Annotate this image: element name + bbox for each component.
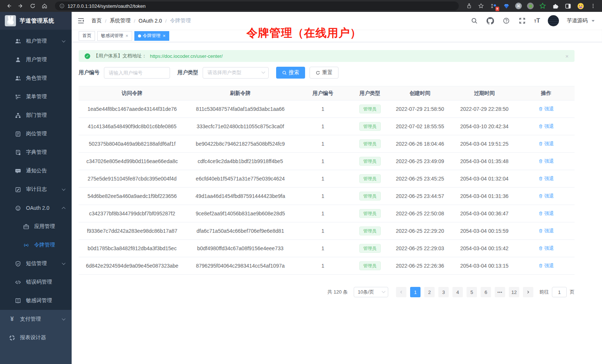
reset-button[interactable]: 重置 — [310, 67, 338, 79]
page-button[interactable]: 12 — [509, 287, 519, 297]
sidebar-item-tenant[interactable]: 租户管理 — [0, 32, 72, 50]
force-logout-button[interactable]: 强退 — [539, 193, 554, 199]
active-dot — [138, 34, 141, 37]
gem-extension-icon[interactable] — [503, 2, 510, 10]
search-button[interactable]: 搜索 — [276, 67, 305, 79]
book-icon — [15, 298, 21, 304]
sidebar-item-audit[interactable]: 审计日志 — [0, 180, 72, 199]
help-icon[interactable] — [502, 17, 510, 25]
close-icon[interactable]: × — [163, 33, 166, 39]
force-logout-button[interactable]: 强退 — [539, 262, 554, 269]
code-icon — [15, 279, 21, 285]
cell-user-type: 管理员 — [351, 100, 389, 118]
chevron-down-icon — [62, 39, 66, 43]
page-button[interactable]: 6 — [481, 287, 491, 297]
force-logout-button[interactable]: 强退 — [539, 123, 554, 130]
search-icon[interactable] — [470, 17, 478, 25]
command-extension-icon[interactable]: ⌘ — [515, 3, 522, 9]
sidebar-item-label: 令牌管理 — [34, 242, 55, 248]
col-user-type: 用户类型 — [351, 86, 389, 100]
forward-icon[interactable] — [16, 1, 26, 10]
sidebar-fold-icon[interactable] — [77, 17, 85, 25]
sidebar-item-errcode[interactable]: 错误码管理 — [0, 273, 72, 291]
sidebar-item-notice[interactable]: 通知公告 — [0, 162, 72, 180]
table-row: 6d842e2924594de9a09e45e087323abe 8796295… — [79, 257, 575, 275]
force-logout-button[interactable]: 强退 — [539, 210, 554, 217]
sidebar-item-pay[interactable]: ¥ 支付管理 — [0, 310, 72, 328]
alert-link[interactable]: https://doc.iocoder.cn/user-center/ — [150, 53, 223, 59]
force-logout-button[interactable]: 强退 — [539, 106, 554, 112]
refresh-icon — [315, 70, 320, 75]
sidebar-item-post[interactable]: 岗位管理 — [0, 125, 72, 143]
page-button[interactable]: 3 — [438, 287, 449, 297]
breadcrumb-system[interactable]: 系统管理 — [110, 17, 131, 24]
sidebar-item-dept[interactable]: 部门管理 — [0, 106, 72, 125]
next-page-button[interactable] — [523, 287, 533, 297]
reload-icon[interactable] — [27, 1, 38, 10]
user-type-select[interactable]: 请选择用户类型 — [203, 67, 269, 79]
share-icon[interactable] — [464, 1, 474, 10]
app-logo-bar[interactable]: 芋道管理系统 — [0, 12, 72, 30]
split-view-icon[interactable] — [564, 2, 572, 10]
font-size-icon[interactable]: TT — [534, 17, 540, 24]
cell-actions: 强退 — [518, 257, 575, 275]
sidebar-item-oauth-token[interactable]: 令牌管理 — [0, 236, 72, 254]
force-logout-button[interactable]: 强退 — [539, 175, 554, 182]
sidebar-item-sms[interactable]: 短信管理 — [0, 254, 72, 273]
page-button[interactable]: 2 — [424, 287, 435, 297]
green-star-extension-icon[interactable] — [539, 2, 546, 10]
avatar[interactable] — [548, 15, 559, 26]
cell-access-token: 6d842e2924594de9a09e45e087323abe — [79, 257, 186, 275]
sidebar-item-user[interactable]: 用户管理 — [0, 50, 72, 69]
close-icon[interactable]: × — [125, 33, 128, 39]
profile-emoji-icon[interactable] — [577, 2, 584, 10]
goto-input[interactable] — [552, 287, 567, 297]
sidebar-item-oauth[interactable]: OAuth 2.0 — [0, 199, 72, 217]
page-size-select[interactable]: 10条/页 — [354, 287, 388, 297]
force-logout-button[interactable]: 强退 — [539, 245, 554, 252]
user-name[interactable]: 芋道源码 — [567, 17, 588, 24]
tab-sensitive-words[interactable]: 敏感词管理 × — [97, 31, 132, 41]
force-logout-button[interactable]: 强退 — [539, 228, 554, 234]
page-button[interactable]: ••• — [495, 287, 505, 297]
cell-user-id: 1 — [295, 240, 351, 257]
sidebar-item-report[interactable]: 报表设计器 — [0, 328, 72, 347]
puzzle-extensions-icon[interactable] — [552, 2, 559, 10]
record-extension-icon[interactable] — [527, 3, 534, 9]
github-icon[interactable] — [486, 17, 494, 25]
page-button[interactable]: 4 — [452, 287, 463, 297]
force-logout-button[interactable]: 强退 — [539, 140, 554, 147]
back-icon[interactable] — [4, 1, 14, 10]
extension-grid-icon[interactable]: 9 — [490, 2, 497, 10]
sidebar-item-label: 菜单管理 — [26, 93, 47, 100]
fullscreen-icon[interactable] — [518, 17, 526, 25]
sidebar-root-section: ¥ 支付管理 报表设计器 — [0, 310, 72, 364]
sidebar-item-sensitive[interactable]: 敏感词管理 — [0, 291, 72, 310]
prev-page-button[interactable] — [396, 287, 406, 297]
home-icon[interactable] — [39, 1, 50, 10]
url-bar[interactable]: 127.0.0.1:1024/system/oauth2/token — [55, 1, 459, 10]
kebab-menu-icon[interactable] — [588, 1, 598, 10]
goto-suffix: 页 — [570, 289, 575, 295]
sidebar-item-menu[interactable]: 菜单管理 — [0, 87, 72, 106]
breadcrumb-home[interactable]: 首页 — [91, 17, 102, 24]
sidebar-item-role[interactable]: 角色管理 — [0, 69, 72, 87]
cell-expires-at: 2054-03-04 00:13:15 — [451, 257, 518, 275]
site-info-icon[interactable] — [59, 3, 65, 9]
sidebar-item-label: 报表设计器 — [20, 334, 46, 341]
tab-token-management[interactable]: 令牌管理 × — [134, 31, 170, 41]
force-logout-button[interactable]: 强退 — [539, 158, 554, 165]
breadcrumb-oauth[interactable]: OAuth 2.0 — [138, 18, 162, 24]
report-icon — [9, 335, 15, 341]
sidebar-item-dict[interactable]: 字典管理 — [0, 143, 72, 162]
close-icon[interactable]: × — [565, 53, 569, 59]
page-button[interactable]: 5 — [467, 287, 477, 297]
page-button[interactable]: 1 — [410, 287, 421, 297]
chevron-down-icon[interactable] — [592, 20, 595, 22]
bookmark-star-icon[interactable] — [476, 1, 486, 10]
cell-created-at: 2022-06-25 23:49:09 — [389, 153, 451, 170]
tab-home[interactable]: 首页 — [79, 31, 95, 41]
sidebar-item-oauth-app[interactable]: 应用管理 — [0, 217, 72, 236]
user-type-badge: 管理员 — [359, 192, 381, 201]
user-id-input[interactable] — [104, 67, 170, 79]
